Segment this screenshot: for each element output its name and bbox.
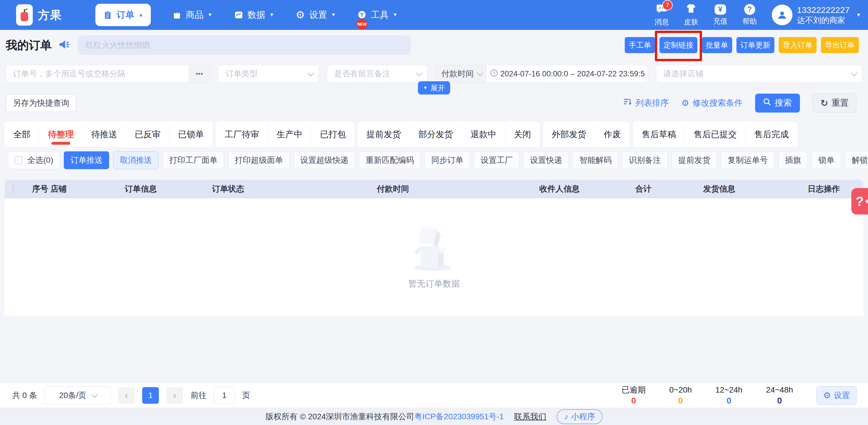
- caret-down-icon: ▼: [270, 12, 274, 18]
- smart-decode-button[interactable]: 智能解码: [573, 151, 618, 169]
- nav-menu: 订单 ▲ 商品 ▼ 数据 ▼ ⚙ 设置: [95, 4, 398, 26]
- date-range-picker[interactable]: 2024-07-16 00:00:00 – 2024-07-22 23:59:5…: [487, 65, 648, 83]
- tab-aftersale-done[interactable]: 售后完成: [746, 122, 797, 147]
- help-button[interactable]: ? 帮助: [742, 4, 757, 26]
- product-bag-icon: [172, 10, 182, 20]
- tab-rejected[interactable]: 已反审: [126, 122, 169, 147]
- next-page-button[interactable]: ›: [166, 387, 183, 404]
- tab-all[interactable]: 全部: [5, 122, 39, 147]
- export-orders-button[interactable]: 导出订单: [821, 37, 859, 53]
- more-options-icon[interactable]: •••: [189, 65, 210, 83]
- util-label: 充值: [713, 17, 727, 26]
- select-all-button[interactable]: 全选(0): [8, 151, 60, 169]
- order-type-select[interactable]: 订单类型: [218, 65, 319, 83]
- util-label: 帮助: [742, 17, 757, 26]
- pay-time-type-select[interactable]: 付款时间: [435, 65, 487, 83]
- tab-packed[interactable]: 已打包: [311, 122, 354, 147]
- print-super-label-button[interactable]: 打印超级面单: [228, 151, 289, 169]
- unlock-button[interactable]: 解锁: [845, 151, 868, 169]
- recharge-button[interactable]: ¥ 充值: [713, 4, 727, 26]
- date-end: 2024-07-22 23:59:59: [577, 69, 645, 78]
- clock-icon: [490, 69, 498, 79]
- miniprogram-button[interactable]: ♪ 小程序: [557, 409, 602, 424]
- set-express-button[interactable]: 设置快递: [523, 151, 569, 169]
- stat-0-20h: 0~20h 0: [669, 386, 692, 405]
- tab-locked[interactable]: 已锁单: [169, 122, 213, 147]
- order-update-button[interactable]: 订单更新: [737, 37, 774, 53]
- tab-aftersale-submitted[interactable]: 售后已提交: [685, 122, 746, 147]
- tab-voided[interactable]: 作废: [595, 122, 629, 147]
- sync-orders-button[interactable]: 同步订单: [425, 151, 470, 169]
- question-icon: ?: [744, 4, 755, 15]
- tab-early-ship[interactable]: 提前发货: [358, 122, 410, 147]
- rematch-code-button[interactable]: 重新匹配编码: [359, 151, 421, 169]
- lock-order-button[interactable]: 锁单: [812, 151, 841, 169]
- modify-search-link[interactable]: ⚙ 修改搜索条件: [681, 97, 742, 109]
- recognize-remark-button[interactable]: 识别备注: [622, 151, 668, 169]
- order-no-input[interactable]: [6, 65, 189, 83]
- icp-link[interactable]: 粤ICP备2023039951号-1: [414, 411, 504, 422]
- copyright-text: 版权所有 © 2024深圳市渔童科技有限公司: [266, 411, 414, 422]
- tab-pending-organize[interactable]: 待整理: [39, 122, 83, 147]
- footer-settings-button[interactable]: ⚙ 设置: [816, 386, 857, 404]
- nav-item-label: 订单: [117, 9, 134, 21]
- page-size-select[interactable]: 20条/页: [44, 387, 111, 404]
- select-all-checkbox[interactable]: [14, 156, 23, 164]
- shop-select[interactable]: 请选择店铺: [656, 65, 862, 83]
- custom-link-button[interactable]: 定制链接: [659, 37, 698, 53]
- new-badge: NEW: [356, 19, 367, 30]
- gear-icon: ⚙: [295, 10, 305, 20]
- reset-button[interactable]: ↻ 重置: [812, 94, 857, 112]
- header-checkbox[interactable]: [13, 184, 14, 194]
- manual-order-button[interactable]: 手工单: [625, 37, 655, 53]
- tab-closed[interactable]: 关闭: [505, 122, 540, 147]
- tab-refunding[interactable]: 退款中: [462, 122, 505, 147]
- list-sort-link[interactable]: 列表排序: [623, 97, 669, 109]
- copy-tracking-button[interactable]: 复制运单号: [721, 151, 774, 169]
- expand-toggle[interactable]: ▼ 展开: [418, 81, 450, 95]
- messages-button[interactable]: 7 消息: [655, 3, 669, 27]
- tab-pending-push[interactable]: 待推送: [83, 122, 126, 147]
- tab-partial-ship[interactable]: 部分发货: [410, 122, 462, 147]
- nav-item-products[interactable]: 商品 ▼: [172, 9, 213, 21]
- header-actions: 手工单 定制链接 批量单 订单更新 导入订单 导出订单: [625, 37, 862, 53]
- current-page[interactable]: 1: [142, 387, 159, 404]
- col-order-info: 订单信息: [119, 184, 206, 194]
- set-factory-button[interactable]: 设置工厂: [474, 151, 519, 169]
- set-super-express-button[interactable]: 设置超级快递: [293, 151, 355, 169]
- goto-page-input[interactable]: [214, 387, 235, 404]
- push-orders-button[interactable]: 订单推送: [64, 151, 109, 169]
- skin-button[interactable]: 皮肤: [684, 3, 698, 27]
- batch-order-button[interactable]: 批量单: [702, 37, 732, 53]
- app-logo-icon[interactable]: [16, 4, 33, 26]
- account-phone: 13322222227: [797, 5, 850, 15]
- table-body-empty: 暂无订单数据: [5, 198, 863, 316]
- tab-aftersale-draft[interactable]: 售后草稿: [633, 122, 685, 147]
- nav-item-orders[interactable]: 订单 ▲: [95, 4, 151, 26]
- apple-logo-glyph: [19, 7, 30, 23]
- prev-page-button[interactable]: ‹: [118, 387, 135, 404]
- col-total: 合计: [629, 184, 698, 194]
- save-quick-query-button[interactable]: 另存为快捷查询: [6, 94, 76, 112]
- early-ship-button[interactable]: 提前发货: [672, 151, 717, 169]
- help-float-button[interactable]: ?: [851, 188, 868, 215]
- print-factory-label-button[interactable]: 打印工厂面单: [162, 151, 224, 169]
- contact-us-link[interactable]: 联系我们: [514, 411, 546, 422]
- account-menu[interactable]: 13322222227 达不刘的商家 ▼: [772, 5, 861, 26]
- caret-down-icon: ▼: [208, 12, 213, 18]
- caret-down-icon: ▼: [856, 12, 861, 18]
- nav-item-tools[interactable]: NEW 工具 ▼: [357, 9, 398, 21]
- nav-item-settings[interactable]: ⚙ 设置 ▼: [295, 9, 336, 21]
- search-button[interactable]: 搜索: [755, 94, 800, 112]
- tab-group: 提前发货 部分发货 退款中 关闭: [358, 122, 540, 147]
- has-message-select[interactable]: 是否有留言备注: [327, 65, 427, 83]
- tab-external-ship[interactable]: 外部发货: [543, 122, 595, 147]
- cancel-push-button[interactable]: 取消推送: [113, 151, 159, 169]
- tab-in-production[interactable]: 生产中: [268, 122, 311, 147]
- pay-time-filter: 付款时间 2024-07-16 00:00:00 – 2024-07-22 23…: [435, 65, 648, 83]
- nav-item-data[interactable]: 数据 ▼: [234, 9, 274, 21]
- tab-factory-review[interactable]: 工厂待审: [216, 122, 268, 147]
- search-extra-row: ▼ 展开 另存为快捷查询 列表排序 ⚙ 修改搜索条件: [0, 88, 868, 122]
- import-orders-button[interactable]: 导入订单: [779, 37, 816, 53]
- flag-button[interactable]: 插旗: [778, 151, 808, 169]
